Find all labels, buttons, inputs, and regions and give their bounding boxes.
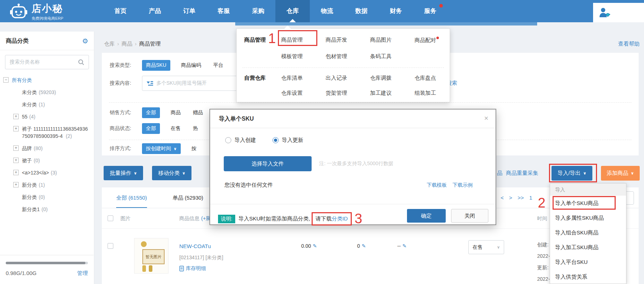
menu-item-inout-records[interactable]: 出入记录: [326, 75, 370, 82]
move-category-button[interactable]: 移动分类∨: [152, 166, 191, 180]
radio-import-create[interactable]: 导入创建: [225, 137, 256, 144]
tree-item-all[interactable]: − 所有分类: [3, 76, 94, 84]
product-image[interactable]: 暂无图片: [134, 238, 169, 274]
menu-item-import-multi-attr-sku[interactable]: 导入多属性SKU商品: [550, 210, 626, 225]
edit-icon[interactable]: ✎: [362, 243, 366, 249]
row-checkbox[interactable]: [108, 243, 113, 249]
sale-mode-all-chip[interactable]: 全部: [142, 107, 160, 118]
search-type-sku-chip[interactable]: 商品SKU: [142, 60, 170, 71]
tree-item[interactable]: 未分类(59203): [3, 89, 94, 96]
menu-item-barcode-tools[interactable]: 条码工具: [370, 53, 415, 60]
nav-item-purchase[interactable]: 采购: [241, 0, 275, 22]
partial-link-fragment[interactable]: 品: [497, 170, 502, 177]
nav-item-data[interactable]: 数据: [344, 0, 379, 22]
import-export-button[interactable]: 导入/导出∨: [551, 166, 592, 181]
category-search-input[interactable]: 搜索分类名称: [5, 55, 89, 69]
menu-item-import-single-sku[interactable]: 导入单个SKU商品: [550, 196, 626, 210]
nav-item-warehouse[interactable]: 仓库: [275, 0, 310, 22]
expand-expander-icon[interactable]: +: [13, 145, 19, 151]
tree-item[interactable]: + 品牌(80): [3, 145, 94, 152]
edit-icon[interactable]: ✎: [313, 243, 317, 249]
tree-item[interactable]: 新分类(0): [3, 194, 94, 201]
page-last-button[interactable]: >>: [518, 195, 524, 201]
expand-expander-icon[interactable]: +: [13, 170, 19, 175]
nav-item-home[interactable]: 首页: [103, 0, 138, 22]
menu-item-template-management[interactable]: 模板管理: [281, 53, 326, 60]
tree-item[interactable]: + <a>123</a>(3): [3, 169, 94, 176]
menu-item-shelf-management[interactable]: 货架管理: [326, 90, 370, 97]
expand-expander-icon[interactable]: +: [13, 158, 19, 163]
download-sample-link[interactable]: 下载示例: [453, 182, 473, 188]
radio-unchecked-icon[interactable]: [225, 137, 231, 143]
status-onsale-option[interactable]: 在售: [171, 125, 181, 132]
menu-item-packaging-management[interactable]: 包材管理: [326, 53, 370, 60]
product-name-link[interactable]: NEW-COATu: [179, 243, 211, 249]
menu-item-warehouse-list[interactable]: 仓库清单: [281, 75, 326, 82]
menu-item-assembly-processing[interactable]: 组装加工: [415, 90, 459, 97]
row-status-select[interactable]: 在售∨: [468, 240, 504, 254]
nav-item-services[interactable]: 服务: [413, 0, 448, 22]
menu-item-warehouse-stocktake[interactable]: 仓库盘点: [415, 75, 459, 82]
menu-item-import-supply-relation[interactable]: 导入供货关系: [550, 269, 626, 284]
logo[interactable]: 店小秘 免费跨境电商ERP: [9, 2, 63, 21]
tab-single[interactable]: 单品 (52930): [172, 187, 203, 208]
page-next-button[interactable]: >: [509, 195, 512, 201]
add-product-button[interactable]: 添加商品∨: [601, 166, 640, 181]
status-hot-option[interactable]: 热: [193, 125, 198, 132]
menu-item-import-platform-sku[interactable]: 导入平台SKU: [550, 255, 626, 269]
tab-all[interactable]: 全部 (61550): [116, 187, 147, 208]
sale-mode-product-option[interactable]: 商品: [171, 110, 181, 116]
nav-item-order[interactable]: 订单: [172, 0, 207, 22]
sort-other-option[interactable]: 按: [191, 145, 196, 152]
close-icon[interactable]: ×: [484, 114, 488, 122]
menu-item-product-development[interactable]: 商品开发: [326, 37, 370, 44]
tree-item[interactable]: + 裤子 1111111111113683549367509785900395-…: [3, 125, 94, 140]
nav-item-finance[interactable]: 财务: [379, 0, 413, 22]
confirm-button[interactable]: 确定: [407, 209, 446, 223]
search-type-platform-option[interactable]: 平台: [213, 62, 223, 69]
tree-item[interactable]: 新分类1(0): [3, 206, 94, 213]
status-all-chip[interactable]: 全部: [142, 123, 160, 134]
collapse-expander-icon[interactable]: −: [3, 77, 9, 83]
menu-item-import-processed-sku[interactable]: 导入加工SKU商品: [550, 240, 626, 255]
breadcrumb-warehouse[interactable]: 仓库: [104, 41, 115, 47]
sale-mode-gift-option[interactable]: 赠品: [193, 110, 203, 116]
cancel-button[interactable]: 关闭: [451, 209, 488, 223]
menu-item-import-combo-sku[interactable]: 导入组合SKU商品: [550, 225, 626, 240]
menu-item-warehouse-settings[interactable]: 仓库设置: [281, 90, 326, 97]
nav-item-logistics[interactable]: 物流: [310, 0, 344, 22]
page-prev-button[interactable]: <: [501, 195, 504, 201]
view-help-link[interactable]: 查看帮助: [618, 41, 640, 47]
tree-item[interactable]: 未分类(1): [3, 101, 94, 108]
weight-collect-link[interactable]: 商品重量采集: [506, 170, 538, 177]
user-account-box[interactable]: [593, 3, 644, 22]
download-category-id-link[interactable]: 分类ID: [332, 215, 348, 222]
sort-created-chip[interactable]: 按创建时间∨: [142, 143, 181, 154]
batch-actions-button[interactable]: 批量操作∨: [104, 166, 143, 180]
choose-import-file-button[interactable]: 选择导入文件: [224, 156, 312, 171]
radio-checked-icon[interactable]: [273, 137, 279, 143]
menu-item-product-management[interactable]: 商品管理: [281, 37, 326, 44]
menu-item-processing-advice[interactable]: 加工建议: [370, 90, 415, 97]
menu-item-product-images[interactable]: 商品图片: [370, 37, 415, 44]
nav-item-service-desk[interactable]: 客服: [207, 0, 241, 22]
gear-icon[interactable]: ⚙: [82, 37, 88, 45]
expand-expander-icon[interactable]: +: [13, 126, 19, 131]
select-all-checkbox[interactable]: [108, 215, 113, 221]
breadcrumb-product[interactable]: 商品: [122, 41, 132, 47]
storage-manage-link[interactable]: 管理: [77, 270, 88, 277]
tree-item[interactable]: + 55(4): [3, 113, 94, 120]
edit-icon[interactable]: ✎: [402, 243, 407, 249]
menu-item-product-pairing[interactable]: 商品配对: [415, 37, 459, 44]
tree-item[interactable]: + 裙子(0): [3, 157, 94, 164]
tree-item[interactable]: + 新分类(1): [3, 181, 94, 188]
expand-expander-icon[interactable]: +: [13, 114, 19, 119]
expand-expander-icon[interactable]: +: [13, 182, 19, 187]
nav-item-product[interactable]: 产品: [138, 0, 172, 22]
menu-item-warehouse-transfer[interactable]: 仓库调拨: [370, 75, 415, 82]
stock-detail-link[interactable]: 库存明细: [179, 265, 206, 272]
search-type-code-option[interactable]: 商品编码: [181, 62, 201, 69]
radio-import-update[interactable]: 导入更新: [273, 137, 303, 144]
download-template-link[interactable]: 下载模板: [427, 182, 447, 188]
page-number[interactable]: 1: [529, 195, 532, 201]
